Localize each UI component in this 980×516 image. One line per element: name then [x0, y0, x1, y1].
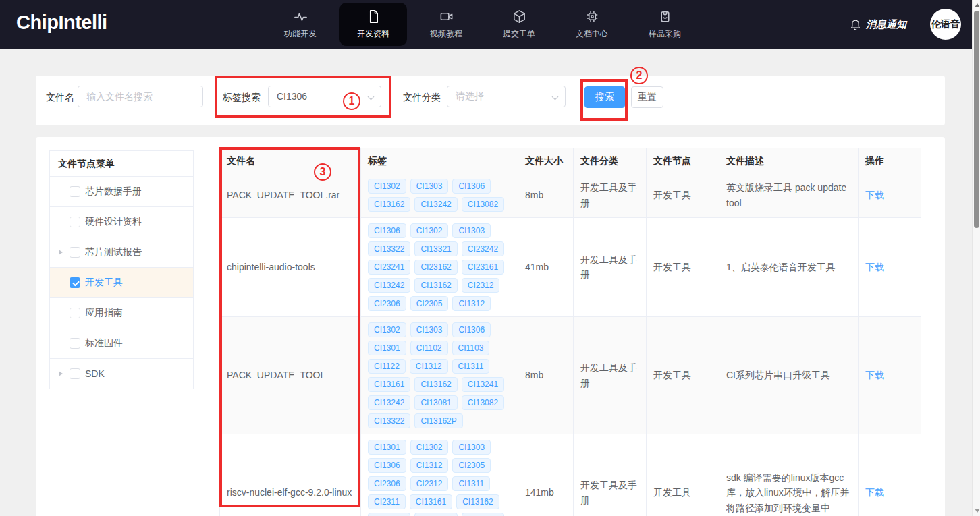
checkbox[interactable] — [70, 308, 80, 318]
table-row: chipintelli-audio-toolsCI1306CI1302CI130… — [219, 218, 921, 317]
sidebar-item[interactable]: 开发工具 — [50, 267, 193, 297]
download-link[interactable]: 下载 — [865, 260, 884, 275]
sidebar-item-label: 芯片测试报告 — [85, 246, 142, 258]
chip-tag: CI13082 — [462, 197, 504, 212]
chip-tag: CI1301 — [368, 440, 406, 455]
scroll-up-arrow[interactable] — [975, 3, 980, 7]
filename-label: 文件名 — [46, 92, 74, 104]
checkbox[interactable] — [70, 277, 80, 288]
tags-cell: CI1306CI1302CI1303CI13322CI13321CI23242C… — [361, 218, 518, 316]
page: ChipIntelli 功能开发开发资料视频教程提交工单文档中心样品采购 消息通… — [0, 0, 980, 516]
chip-tag: CI13082 — [462, 395, 504, 410]
sidebar-item[interactable]: 芯片测试报告 — [50, 237, 193, 267]
expand-arrow-icon[interactable] — [59, 250, 63, 255]
chip-tag: CI13322 — [368, 413, 410, 428]
nav-item-chip[interactable]: 文档中心 — [558, 0, 626, 49]
search-button[interactable]: 搜索 — [584, 86, 625, 108]
nav-right: 消息通知 — [849, 0, 906, 49]
sidebar-item-label: 硬件设计资料 — [85, 216, 142, 228]
sidebar-item[interactable]: 应用指南 — [50, 297, 193, 328]
scrollbar-thumb[interactable] — [974, 11, 979, 228]
notifications-button[interactable]: 消息通知 — [849, 18, 906, 31]
chip-tag: CI1312 — [410, 458, 449, 473]
chevron-down-icon — [552, 94, 559, 101]
sidebar-item-label: 应用指南 — [85, 307, 123, 319]
sidebar-item-label: 开发工具 — [85, 277, 123, 289]
sidebar-item-label: SDK — [85, 368, 105, 379]
top-nav: ChipIntelli 功能开发开发资料视频教程提交工单文档中心样品采购 消息通… — [0, 0, 980, 49]
chip-tag: CI1302 — [368, 179, 406, 194]
nav-item-label: 文档中心 — [576, 28, 608, 40]
nav-item-label: 功能开发 — [284, 28, 317, 40]
sidebar-item[interactable]: 芯片数据手册 — [50, 176, 193, 206]
chip-icon — [584, 9, 600, 24]
table-row: PACK_UPDATE_TOOLCI1302CI1303CI1306CI1301… — [219, 317, 921, 434]
file-category-cell: 开发工具及手册 — [574, 173, 647, 217]
category-label: 文件分类 — [403, 92, 441, 104]
column-header: 文件名 — [219, 148, 361, 173]
tags-cell: CI1302CI1303CI1306CI1301CI1102CI1103CI11… — [361, 317, 518, 434]
tag-search-select[interactable]: CI1306 — [268, 86, 381, 107]
chip-tag: CI13162 — [456, 494, 499, 509]
file-icon — [366, 9, 381, 24]
nav-item-bag[interactable]: 样品采购 — [631, 0, 699, 49]
checkbox[interactable] — [70, 338, 80, 349]
chip-tag: CI23241 — [368, 260, 410, 275]
file-node-cell: 开发工具 — [647, 434, 719, 516]
sidebar-item-label: 标准固件 — [85, 337, 123, 349]
file-category-cell: 开发工具及手册 — [574, 218, 647, 316]
tags-cell: CI1302CI1303CI1306CI13162CI13242CI13082 — [361, 173, 518, 217]
file-name-cell: riscv-nuclei-elf-gcc-9.2.0-linux — [219, 434, 361, 516]
actions-cell: 下载 — [859, 434, 921, 516]
nav-item-label: 样品采购 — [649, 28, 681, 40]
nav-item-pulse[interactable]: 功能开发 — [267, 0, 334, 49]
sidebar-item[interactable]: 硬件设计资料 — [50, 206, 193, 237]
checkbox[interactable] — [70, 186, 80, 197]
chip-tag: CI13242 — [368, 278, 410, 293]
chip-tag: CI2305 — [410, 296, 449, 311]
expand-arrow-icon[interactable] — [59, 371, 63, 376]
scrollbar — [972, 0, 980, 516]
download-link[interactable]: 下载 — [865, 485, 884, 500]
chip-tag: CI1306 — [368, 223, 406, 238]
sidebar-item[interactable]: 标准固件 — [50, 328, 193, 358]
nav-item-package[interactable]: 提交工单 — [485, 0, 553, 49]
sidebar-item-label: 芯片数据手册 — [85, 185, 142, 198]
avatar[interactable]: 伦语音 — [930, 9, 961, 40]
chip-tag: CI1303 — [452, 440, 491, 455]
chip-tag: CI1306 — [368, 458, 406, 473]
sidebar-title: 文件节点菜单 — [50, 151, 193, 176]
file-size-cell: 141mb — [518, 434, 574, 516]
chip-tag: CI13162P — [414, 413, 462, 428]
file-name-cell: PACK_UPDATE_TOOL.rar — [219, 173, 361, 217]
download-link[interactable]: 下载 — [865, 368, 884, 382]
nav-item-file[interactable]: 开发资料 — [339, 3, 407, 46]
nav-menu: 功能开发开发资料视频教程提交工单文档中心样品采购 — [267, 0, 699, 49]
chip-tag: CI1306 — [452, 322, 491, 337]
brand-logo[interactable]: ChipIntelli — [16, 11, 107, 34]
chip-tag: CI1312 — [410, 359, 448, 374]
file-category-cell: 开发工具及手册 — [574, 434, 647, 516]
download-link[interactable]: 下载 — [865, 188, 884, 202]
category-select[interactable]: 请选择 — [447, 86, 566, 107]
nav-item-label: 提交工单 — [503, 28, 535, 40]
nav-item-video[interactable]: 视频教程 — [412, 0, 480, 49]
files-table: 文件名标签文件大小文件分类文件节点文件描述操作PACK_UPDATE_TOOL.… — [219, 148, 921, 516]
tags-cell: CI1301CI1302CI1303CI1306CI1312CI2305CI23… — [361, 434, 518, 516]
reset-button[interactable]: 重置 — [631, 86, 663, 108]
notifications-label: 消息通知 — [866, 18, 906, 31]
checkbox[interactable] — [70, 368, 80, 379]
actions-cell: 下载 — [859, 173, 921, 217]
chip-tag: CI23162 — [414, 260, 457, 275]
file-description-cell: sdk 编译需要的linux版本gcc库，放入linux环境中，解压并将路径添加… — [719, 434, 859, 516]
sidebar-item[interactable]: SDK — [50, 358, 193, 389]
file-name-cell: PACK_UPDATE_TOOL — [219, 317, 361, 434]
chip-tag: CI13241 — [462, 377, 504, 392]
scroll-down-arrow[interactable] — [975, 509, 980, 513]
chip-tag: CI2305 — [452, 458, 491, 473]
filename-search-input[interactable] — [78, 86, 203, 107]
checkbox[interactable] — [70, 217, 80, 227]
checkbox[interactable] — [70, 247, 80, 258]
chip-tag: CI1302 — [410, 223, 449, 238]
file-size-cell: 8mb — [518, 317, 574, 434]
